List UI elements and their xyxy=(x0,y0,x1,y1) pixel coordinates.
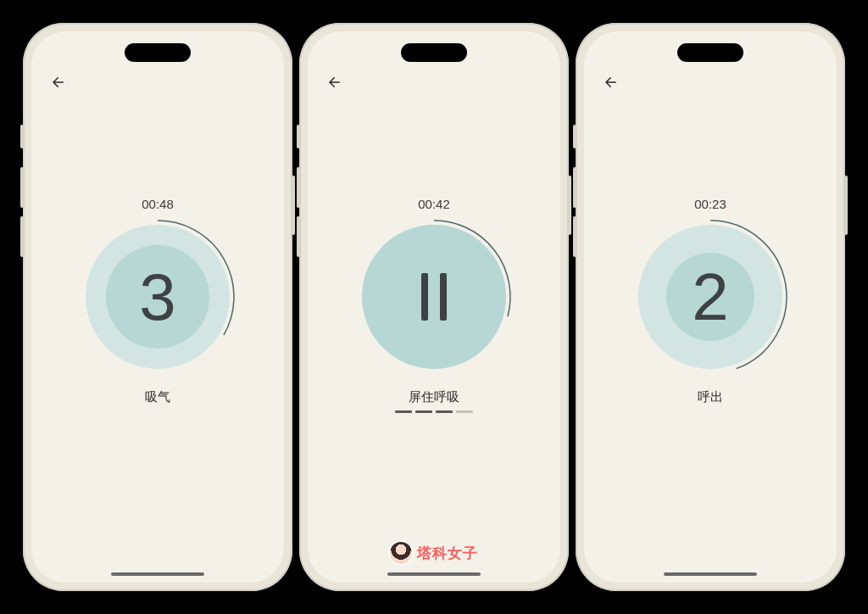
phase-label: 呼出 xyxy=(698,389,723,405)
notch xyxy=(125,43,191,62)
breathing-content: 00:42 屏住呼吸 xyxy=(308,197,560,413)
phase-label: 屏住呼吸 xyxy=(409,389,459,405)
back-button[interactable] xyxy=(48,72,69,92)
breathing-circle[interactable] xyxy=(353,216,515,377)
pause-icon xyxy=(421,273,447,321)
phone-mockup: 00:23 2 呼出 xyxy=(576,23,845,591)
watermark: 塔科女子 xyxy=(390,542,478,564)
inner-circle xyxy=(362,225,506,369)
timer-text: 00:48 xyxy=(142,197,174,211)
watermark-avatar-icon xyxy=(390,542,412,564)
phase-progress-dashes xyxy=(395,410,473,413)
arrow-left-icon xyxy=(327,75,342,90)
screen: 00:23 2 呼出 xyxy=(584,31,837,583)
home-indicator[interactable] xyxy=(664,572,757,576)
countdown-number: 2 xyxy=(692,264,728,330)
home-indicator[interactable] xyxy=(111,572,204,576)
arrow-left-icon xyxy=(604,75,619,90)
home-indicator[interactable] xyxy=(387,572,481,576)
breathing-circle[interactable]: 3 xyxy=(77,216,238,377)
notch xyxy=(401,43,467,62)
inner-circle: 2 xyxy=(666,253,754,341)
inner-circle: 3 xyxy=(106,245,209,349)
breathing-content: 00:23 2 呼出 xyxy=(584,197,837,405)
phone-mockup: 00:48 3 吸气 xyxy=(23,23,292,591)
phone-mockup: 00:42 屏住呼吸 塔科女子 xyxy=(299,23,569,591)
arrow-left-icon xyxy=(51,75,66,90)
screen: 00:48 3 吸气 xyxy=(31,31,284,583)
breathing-content: 00:48 3 吸气 xyxy=(31,197,284,405)
watermark-text: 塔科女子 xyxy=(417,544,478,563)
timer-text: 00:42 xyxy=(418,197,450,211)
countdown-number: 3 xyxy=(139,264,175,330)
back-button[interactable] xyxy=(325,72,345,92)
notch xyxy=(677,43,743,62)
timer-text: 00:23 xyxy=(694,197,726,211)
phase-label: 吸气 xyxy=(145,389,170,405)
back-button[interactable] xyxy=(601,72,621,92)
breathing-circle[interactable]: 2 xyxy=(630,216,791,377)
screen: 00:42 屏住呼吸 塔科女子 xyxy=(308,31,560,583)
